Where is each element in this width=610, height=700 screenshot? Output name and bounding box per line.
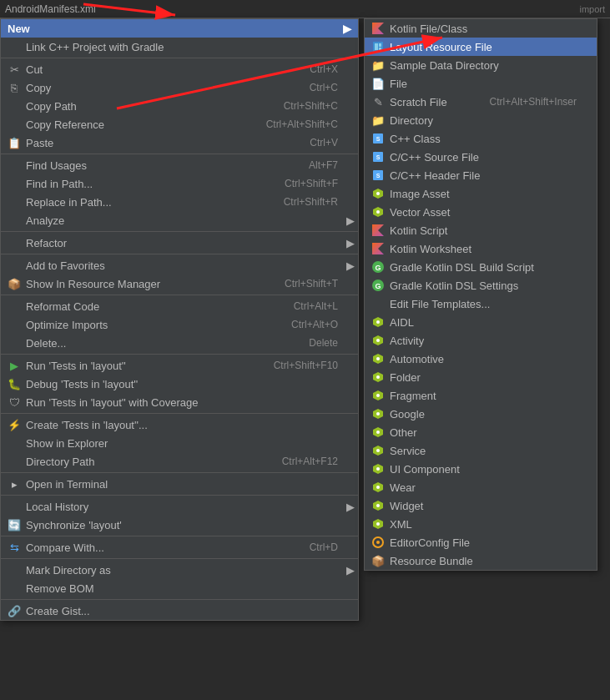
activity-label: Activity (390, 335, 424, 347)
menu-item-find-usages[interactable]: Find UsagesAlt+F7 (1, 156, 358, 174)
edit-templates-label: Edit File Templates... (390, 298, 490, 310)
activity-icon (371, 334, 385, 347)
menu-separator (1, 599, 358, 600)
menu-item-create-gist[interactable]: 🔗Create Gist... (1, 602, 358, 620)
cut-label: Cut (26, 63, 43, 76)
menu-item-debug-tests[interactable]: 🐛Debug 'Tests in 'layout'' (1, 375, 358, 393)
menu-item-analyze[interactable]: Analyze▶ (1, 211, 358, 229)
menu-item-remove-bom[interactable]: Remove BOM (1, 579, 358, 597)
submenu-item-fragment[interactable]: Fragment (365, 386, 597, 405)
copy-path-icon-spacer (8, 99, 21, 113)
submenu-item-layout-resource[interactable]: Layout Resource File (365, 38, 597, 56)
submenu-item-other[interactable]: Other (365, 423, 597, 441)
menu-item-dir-path[interactable]: Directory PathCtrl+Alt+F12 (1, 452, 358, 471)
svg-text:S: S (376, 154, 381, 160)
submenu-item-gradle-kotlin-settings[interactable]: GGradle Kotlin DSL Settings (365, 276, 597, 295)
xml-label: XML (390, 518, 412, 531)
submenu-item-xml[interactable]: XML (365, 515, 597, 533)
menu-item-find-in-path[interactable]: Find in Path...Ctrl+Shift+F (1, 174, 358, 193)
kotlin-worksheet-icon (371, 242, 385, 255)
create-gist-icon: 🔗 (8, 604, 21, 617)
menu-item-sync-layout[interactable]: 🔄Synchronize 'layout' (1, 516, 358, 534)
svg-point-31 (376, 467, 380, 471)
menu-item-link-cpp[interactable]: Link C++ Project with Gradle (1, 38, 358, 56)
submenu-item-edit-templates[interactable]: Edit File Templates... (365, 295, 597, 313)
submenu-item-editorconfig[interactable]: EditorConfig File (365, 533, 597, 551)
menu-item-optimize-imports[interactable]: Optimize ImportsCtrl+Alt+O (1, 315, 358, 334)
menu-item-delete[interactable]: Delete...Delete (1, 334, 358, 352)
submenu-item-directory[interactable]: 📁Directory (365, 111, 597, 129)
file-label: File (390, 78, 407, 90)
menu-item-show-resource[interactable]: 📦Show In Resource ManagerCtrl+Shift+T (1, 274, 358, 293)
file-icon: 📄 (371, 77, 385, 90)
submenu-item-cpp-class[interactable]: SC++ Class (365, 129, 597, 148)
menu-item-run-coverage[interactable]: 🛡Run 'Tests in 'layout'' with Coverage (1, 393, 358, 411)
submenu-item-aidl[interactable]: AIDL (365, 313, 597, 331)
menu-separator (1, 558, 358, 559)
svg-point-24 (376, 339, 380, 342)
menu-item-add-favorites[interactable]: Add to Favorites▶ (1, 256, 358, 274)
menu-item-local-history[interactable]: Local History▶ (1, 497, 358, 516)
open-terminal-label: Open in Terminal (26, 478, 108, 491)
edit-templates-icon (371, 297, 385, 310)
submenu-item-widget[interactable]: Widget (365, 496, 597, 515)
optimize-imports-icon-spacer (8, 318, 21, 331)
submenu-item-kotlin-script[interactable]: Kotlin Script (365, 221, 597, 239)
submenu-item-sample-data[interactable]: 📁Sample Data Directory (365, 56, 597, 74)
cpp-class-label: C++ Class (390, 133, 441, 145)
show-explorer-label: Show in Explorer (26, 437, 108, 450)
aidl-label: AIDL (390, 316, 414, 329)
menu-item-reformat-code[interactable]: Reformat CodeCtrl+Alt+L (1, 297, 358, 315)
submenu-item-cpp-header[interactable]: SC/C++ Header File (365, 166, 597, 184)
open-terminal-icon: ▸ (8, 477, 21, 491)
fragment-icon (371, 389, 385, 402)
submenu-item-gradle-kotlin-dsl[interactable]: GGradle Kotlin DSL Build Script (365, 258, 597, 276)
copy-ref-shortcut: Ctrl+Alt+Shift+C (250, 118, 338, 130)
main-context-menu: New ▶ Link C++ Project with Gradle✂CutCt… (0, 18, 359, 621)
submenu-item-kotlin-worksheet[interactable]: Kotlin Worksheet (365, 239, 597, 258)
submenu-item-service[interactable]: Service (365, 441, 597, 460)
menu-item-create-tests[interactable]: ⚡Create 'Tests in 'layout''... (1, 415, 358, 434)
vector-asset-icon (371, 205, 385, 219)
menu-item-run-tests[interactable]: ▶Run 'Tests in 'layout''Ctrl+Shift+F10 (1, 356, 358, 375)
menu-item-replace-in-path[interactable]: Replace in Path...Ctrl+Shift+R (1, 193, 358, 211)
submenu-item-ui-component[interactable]: UI Component (365, 460, 597, 478)
submenu-item-scratch-file[interactable]: ✎Scratch FileCtrl+Alt+Shift+Inser (365, 93, 597, 111)
svg-rect-7 (379, 43, 381, 47)
menu-item-copy-path[interactable]: Copy PathCtrl+Shift+C (1, 97, 358, 115)
find-usages-shortcut: Alt+F7 (292, 159, 338, 171)
cpp-header-label: C/C++ Header File (390, 169, 480, 182)
folder-icon (371, 370, 385, 384)
menu-item-compare-with[interactable]: ⇆Compare With...Ctrl+D (1, 538, 358, 556)
submenu-item-activity[interactable]: Activity (365, 331, 597, 350)
submenu-item-cpp-source[interactable]: SC/C++ Source File (365, 148, 597, 166)
menu-item-open-terminal[interactable]: ▸Open in Terminal (1, 475, 358, 493)
submenu-item-google[interactable]: Google (365, 405, 597, 423)
menu-item-mark-dir[interactable]: Mark Directory as▶ (1, 561, 358, 579)
menu-item-refactor[interactable]: Refactor▶ (1, 234, 358, 252)
submenu-item-automotive[interactable]: Automotive (365, 350, 597, 368)
submenu-item-folder[interactable]: Folder (365, 368, 597, 386)
menu-item-show-explorer[interactable]: Show in Explorer (1, 434, 358, 452)
widget-icon (371, 499, 385, 512)
submenu-item-kotlin-class[interactable]: Kotlin File/Class (365, 19, 597, 38)
refactor-arrow-icon: ▶ (346, 237, 355, 249)
submenu-item-vector-asset[interactable]: Vector Asset (365, 203, 597, 221)
submenu-item-image-asset[interactable]: Image Asset (365, 184, 597, 203)
copy-ref-label: Copy Reference (26, 118, 104, 131)
add-favorites-icon-spacer (8, 259, 21, 272)
menu-item-copy[interactable]: ⎘CopyCtrl+C (1, 78, 358, 97)
menu-item-copy-ref[interactable]: Copy ReferenceCtrl+Alt+Shift+C (1, 115, 358, 133)
reformat-code-label: Reformat Code (26, 300, 99, 313)
submenu-item-resource-bundle[interactable]: 📦Resource Bundle (365, 551, 597, 570)
svg-rect-6 (375, 43, 378, 50)
submenu-item-file[interactable]: 📄File (365, 74, 597, 93)
compare-with-shortcut: Ctrl+D (293, 541, 338, 553)
main-menu-list: Link C++ Project with Gradle✂CutCtrl+X⎘C… (1, 38, 358, 620)
find-in-path-shortcut: Ctrl+Shift+F (268, 178, 338, 189)
svg-point-29 (376, 431, 380, 434)
menu-item-cut[interactable]: ✂CutCtrl+X (1, 60, 358, 78)
menu-item-paste[interactable]: 📋PasteCtrl+V (1, 133, 358, 152)
submenu-item-wear[interactable]: Wear (365, 478, 597, 496)
run-coverage-icon: 🛡 (8, 395, 21, 409)
